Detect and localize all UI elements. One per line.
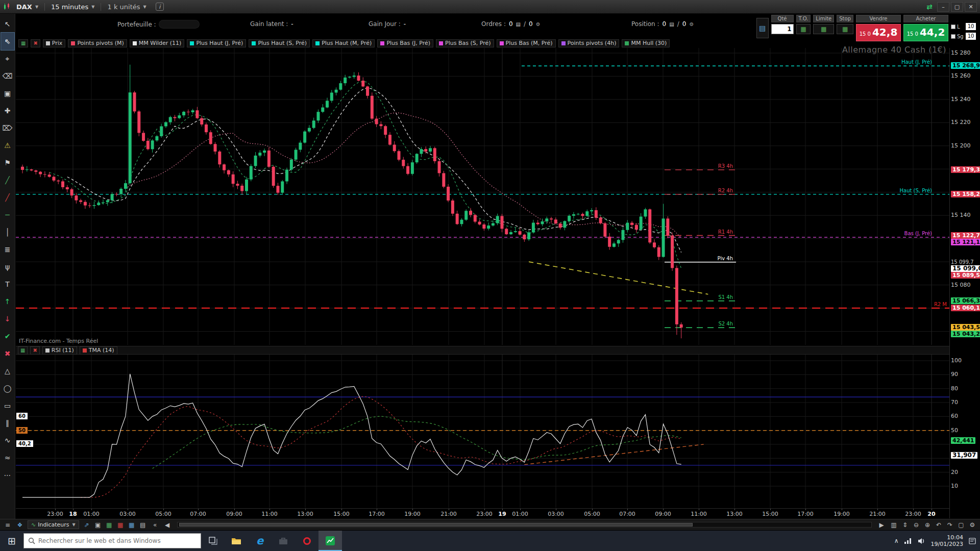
rsi-legend-item[interactable]: RSI (11): [42, 346, 77, 355]
tray-expand-icon[interactable]: ∧: [894, 537, 899, 544]
legend-item[interactable]: Prix: [43, 39, 66, 47]
gear-icon[interactable]: ⚙: [536, 21, 541, 27]
ray-tool-icon[interactable]: ╱: [1, 189, 14, 206]
take-profit-icon[interactable]: ▦: [796, 24, 811, 34]
cursor-tool-icon[interactable]: ⇖: [1, 33, 14, 50]
zoom-tool-icon[interactable]: ⌖: [1, 50, 14, 67]
l-checkbox[interactable]: [951, 24, 955, 29]
sg-value[interactable]: 10: [966, 33, 976, 40]
taskbar-search[interactable]: [23, 533, 201, 548]
bell-tool-icon[interactable]: ⚑: [1, 154, 14, 171]
move-tool-icon[interactable]: ✚: [1, 102, 14, 119]
legend-item[interactable]: Plus Bas (S, Pré): [436, 39, 494, 47]
units-dropdown[interactable]: 1 k unités▼: [103, 2, 150, 12]
collapse-left-icon[interactable]: «: [151, 521, 160, 529]
vline-tool-icon[interactable]: │: [1, 223, 14, 241]
expand-icon[interactable]: ▢: [957, 521, 966, 529]
hline-tool-icon[interactable]: ─: [1, 206, 14, 223]
gear-icon[interactable]: ⚙: [689, 21, 694, 27]
alert-tool-icon[interactable]: ⚠: [1, 137, 14, 154]
taskbar-clock[interactable]: 10:04 19/01/2023: [931, 534, 963, 547]
order-list-icon[interactable]: ▤: [516, 21, 521, 27]
grid-blue-icon[interactable]: ▦: [127, 521, 136, 529]
chart-scrollbar[interactable]: [177, 522, 872, 528]
limit-order-icon[interactable]: ▦: [813, 24, 834, 34]
pitchfork-tool-icon[interactable]: ψ: [1, 258, 14, 276]
legend-item[interactable]: Plus Haut (J, Pré): [187, 39, 246, 47]
copy-chart-icon[interactable]: ▣: [93, 521, 103, 529]
legend-item[interactable]: MM Wilder (11): [130, 39, 185, 47]
rsi-legend-item[interactable]: TMA (14): [80, 346, 117, 355]
arrow-up-tool-icon[interactable]: ↑: [1, 293, 14, 310]
zigzag-tool-icon[interactable]: ∿: [1, 432, 14, 449]
stop-order-icon[interactable]: ▦: [837, 24, 853, 34]
rsi-axis[interactable]: 100908070605042,44131,9072010: [950, 355, 980, 508]
start-button[interactable]: ⊞: [0, 531, 23, 551]
l-value[interactable]: 10: [966, 23, 976, 30]
file-explorer-icon[interactable]: [225, 531, 248, 551]
indicators-button[interactable]: ∿ Indicateurs ▼: [28, 520, 79, 529]
scroll-left-icon[interactable]: ◀: [163, 521, 172, 529]
quantity-input[interactable]: [771, 24, 794, 34]
rsi-close-icon[interactable]: ✖: [30, 346, 39, 355]
text-tool-icon[interactable]: T: [1, 276, 14, 293]
more-tools-icon[interactable]: ⋯: [1, 466, 14, 484]
channel-tool-icon[interactable]: ∥: [1, 414, 14, 432]
legend-item[interactable]: MM Hull (30): [622, 39, 670, 47]
trading-app-icon[interactable]: [318, 531, 342, 551]
info-icon[interactable]: i: [156, 3, 164, 11]
rsi-level-marker[interactable]: 40,2: [16, 440, 33, 447]
rsi-chart[interactable]: [16, 355, 949, 508]
grid-green-icon[interactable]: ▦: [105, 521, 114, 529]
grid-red-icon[interactable]: ▦: [116, 521, 125, 529]
sell-button[interactable]: 15 0 42,8: [856, 24, 901, 41]
ellipse-tool-icon[interactable]: ◯: [1, 380, 14, 397]
rsi-settings-icon[interactable]: ▦: [18, 346, 28, 355]
notifications-icon[interactable]: [969, 538, 976, 544]
buy-button[interactable]: 15 0 44,2: [903, 24, 948, 41]
palette-icon[interactable]: ❖: [15, 521, 24, 529]
task-view-icon[interactable]: [201, 531, 225, 551]
legend-item[interactable]: Plus Haut (S, Pré): [249, 39, 310, 47]
check-tool-icon[interactable]: ✔: [1, 328, 14, 345]
legend-settings-icon[interactable]: ▦: [18, 39, 28, 47]
timeframe-dropdown[interactable]: 15 minutes▼: [47, 2, 99, 12]
instrument-dropdown[interactable]: DAX▼: [12, 2, 42, 12]
eraser-tool-icon[interactable]: ⌫: [1, 67, 14, 85]
legend-item[interactable]: Plus Bas (J, Pré): [377, 39, 433, 47]
fib-tool-icon[interactable]: ≣: [1, 241, 14, 258]
volume-icon[interactable]: [918, 538, 925, 544]
search-input[interactable]: [38, 537, 197, 544]
network-icon[interactable]: [904, 538, 912, 544]
undo-icon[interactable]: ↶: [934, 521, 943, 529]
briefcase-app-icon[interactable]: [272, 531, 295, 551]
orderbook-icon[interactable]: ▤: [756, 18, 769, 38]
legend-item[interactable]: Plus Haut (M, Pré): [312, 39, 375, 47]
grip-icon[interactable]: ≡: [3, 521, 12, 529]
table-icon[interactable]: ▤: [138, 521, 148, 529]
arrows-updown-icon[interactable]: ⇕: [900, 521, 910, 529]
scroll-right-icon[interactable]: ▶: [877, 521, 886, 529]
edge-browser-icon[interactable]: e: [248, 531, 272, 551]
minimize-button[interactable]: –: [937, 2, 949, 12]
price-axis[interactable]: 15 28015 268,915 26015 24015 22015 20015…: [950, 48, 980, 345]
maximize-button[interactable]: ▢: [951, 2, 963, 12]
share-icon[interactable]: ⇗: [82, 521, 91, 529]
rsi-level-marker[interactable]: 50: [16, 427, 28, 434]
position-list-icon[interactable]: ▤: [669, 21, 674, 27]
wave-tool-icon[interactable]: ≈: [1, 449, 14, 466]
scrollbar-thumb[interactable]: [179, 523, 693, 527]
rect-tool-icon[interactable]: ▭: [1, 397, 14, 414]
cross-tool-icon[interactable]: ✖: [1, 345, 14, 362]
legend-close-icon[interactable]: ✖: [31, 39, 40, 47]
triangle-tool-icon[interactable]: △: [1, 362, 14, 380]
arrow-down-tool-icon[interactable]: ↓: [1, 310, 14, 328]
rsi-level-marker[interactable]: 60: [16, 413, 28, 419]
redo-icon[interactable]: ↷: [945, 521, 954, 529]
trash-tool-icon[interactable]: ⌦: [1, 119, 14, 137]
pane-icon[interactable]: ▥: [889, 521, 898, 529]
opera-browser-icon[interactable]: [295, 531, 318, 551]
pointer-tool-icon[interactable]: ↖: [1, 15, 14, 33]
zoom-in-icon[interactable]: ⊕: [923, 521, 932, 529]
legend-item[interactable]: Points pivots (M): [68, 39, 127, 47]
